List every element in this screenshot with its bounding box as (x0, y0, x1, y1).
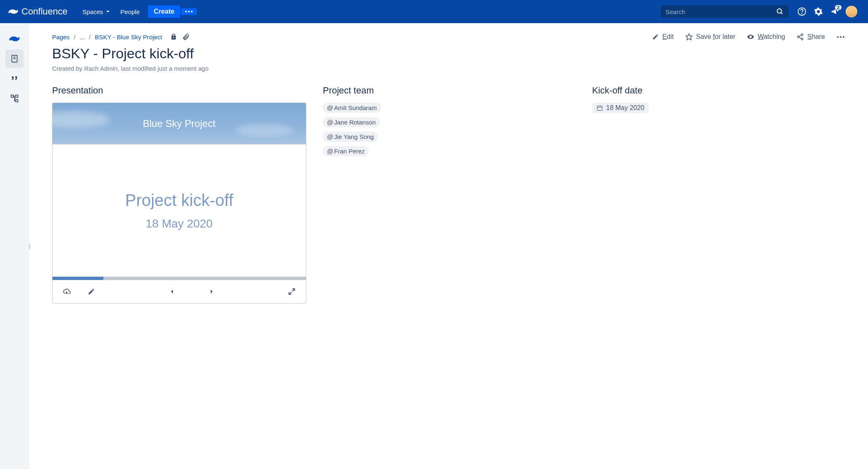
breadcrumb: Pages / ... / BSKY - Blue Sky Project (52, 33, 652, 41)
slide-title: Project kick-off (125, 191, 234, 210)
mention-chip[interactable]: Jane Rotanson (323, 117, 380, 127)
svg-line-18 (799, 37, 801, 38)
breadcrumb-root[interactable]: Pages (52, 34, 70, 41)
expand-icon (288, 288, 296, 295)
share-button[interactable]: Share (796, 33, 825, 41)
eye-icon (747, 33, 754, 41)
svg-rect-12 (15, 100, 18, 102)
brand-text: Confluence (21, 6, 67, 17)
calendar-icon (596, 105, 603, 111)
create-button[interactable]: Create (148, 5, 180, 18)
create-more-button[interactable] (181, 8, 197, 15)
fullscreen-button[interactable] (284, 284, 299, 299)
save-for-later-button[interactable]: Save for later (685, 33, 735, 41)
notifications-button[interactable]: 2 (827, 3, 843, 20)
left-rail: || (0, 23, 29, 469)
watching-button[interactable]: Watching (747, 33, 785, 41)
search-input[interactable] (665, 8, 776, 15)
svg-point-6 (802, 14, 802, 14)
mention-chip[interactable]: Fran Perez (323, 146, 369, 156)
edit-slide-button[interactable] (84, 284, 99, 299)
settings-button[interactable] (810, 3, 827, 20)
main-content: Edit Save for later Watching Share Pages… (29, 23, 868, 469)
svg-point-16 (801, 38, 804, 40)
team-list: Amit Sundaram Jane Rotanson Jie Yang Son… (323, 103, 576, 156)
chevron-down-icon (105, 9, 110, 14)
pencil-icon (652, 34, 659, 40)
svg-point-1 (188, 11, 190, 12)
page-byline: Created by Rach Admin, last modified jus… (52, 65, 845, 72)
star-icon (685, 33, 693, 41)
share-icon (796, 33, 804, 41)
chevron-left-icon (169, 289, 175, 294)
confluence-logo[interactable]: Confluence (8, 6, 67, 17)
quote-icon (10, 74, 19, 83)
next-slide-button[interactable] (204, 284, 219, 299)
rail-resize-handle[interactable]: || (29, 243, 30, 249)
svg-marker-13 (686, 34, 692, 40)
project-team-section: Project team Amit Sundaram Jane Rotanson… (323, 85, 576, 304)
tree-icon (10, 94, 19, 103)
rail-pages[interactable] (5, 50, 24, 68)
breadcrumb-ellipsis[interactable]: ... (80, 34, 85, 41)
svg-rect-10 (11, 95, 13, 98)
slide-body: Project kick-off 18 May 2020 (52, 144, 306, 277)
breadcrumb-separator: / (89, 34, 91, 41)
notification-badge: 2 (835, 5, 842, 10)
gear-icon (814, 7, 823, 16)
people-link[interactable]: People (115, 5, 145, 19)
slide-progress[interactable] (52, 277, 306, 280)
profile-avatar[interactable] (843, 3, 860, 20)
presentation-viewer: Blue Sky Project Project kick-off 18 May… (52, 103, 306, 304)
search-input-wrapper[interactable] (661, 5, 789, 18)
slide-banner: Blue Sky Project (52, 103, 306, 144)
svg-line-17 (799, 35, 801, 36)
mention-chip[interactable]: Jie Yang Song (323, 132, 378, 142)
confluence-small-icon (9, 34, 20, 44)
date-text: 18 May 2020 (606, 104, 645, 112)
download-button[interactable] (59, 284, 74, 299)
people-label: People (120, 8, 140, 15)
team-heading: Project team (323, 85, 576, 96)
ellipsis-icon (185, 11, 193, 12)
svg-point-3 (777, 9, 782, 13)
attachment-icon[interactable] (182, 33, 190, 41)
svg-point-22 (173, 37, 174, 38)
svg-point-0 (185, 11, 187, 12)
kickoff-heading: Kick-off date (592, 85, 845, 96)
svg-point-15 (798, 36, 800, 38)
presentation-toolbar (52, 280, 306, 303)
presentation-heading: Presentation (52, 85, 306, 96)
search-icon (776, 8, 784, 15)
slide-preview[interactable]: Blue Sky Project Project kick-off 18 May… (52, 103, 306, 277)
svg-point-14 (801, 34, 804, 36)
kickoff-date-section: Kick-off date 18 May 2020 (592, 85, 845, 304)
ellipsis-icon (837, 36, 845, 38)
svg-line-4 (781, 12, 782, 14)
prev-slide-button[interactable] (165, 284, 179, 299)
confluence-icon (8, 7, 18, 17)
svg-point-21 (843, 36, 844, 38)
edit-button[interactable]: Edit (652, 33, 674, 41)
svg-point-20 (840, 36, 842, 38)
page-title: BSKY - Project kick-off (52, 45, 845, 62)
rail-tree[interactable] (5, 89, 24, 108)
date-chip[interactable]: 18 May 2020 (592, 103, 649, 113)
breadcrumb-parent[interactable]: BSKY - Blue Sky Project (95, 34, 162, 41)
slide-date: 18 May 2020 (146, 217, 213, 230)
mention-chip[interactable]: Amit Sundaram (323, 103, 381, 113)
help-button[interactable] (794, 3, 810, 20)
cloud-download-icon (62, 287, 71, 296)
help-icon (797, 7, 806, 16)
chevron-right-icon (209, 289, 215, 294)
lock-icon[interactable] (170, 33, 177, 41)
rail-quotes[interactable] (5, 69, 24, 88)
spaces-menu[interactable]: Spaces (77, 5, 115, 19)
more-actions-button[interactable] (837, 36, 845, 38)
top-navigation: Confluence Spaces People Create 2 (0, 0, 868, 23)
svg-point-19 (837, 36, 839, 38)
rail-confluence-home[interactable] (5, 30, 24, 48)
svg-rect-23 (597, 106, 602, 110)
page-icon (10, 54, 19, 63)
spaces-label: Spaces (82, 8, 103, 15)
